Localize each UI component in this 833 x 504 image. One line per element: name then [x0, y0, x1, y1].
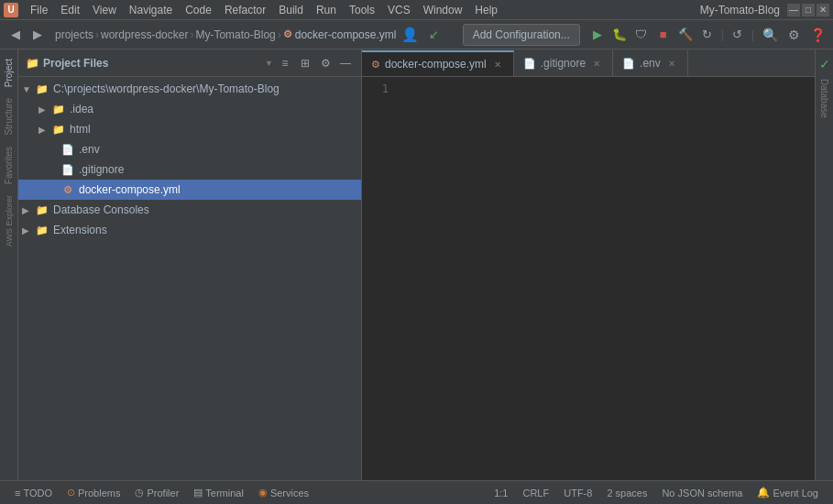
menu-view[interactable]: View: [86, 0, 123, 20]
event-log-button[interactable]: 🔔 Event Log: [750, 481, 826, 505]
menu-navigate[interactable]: Navigate: [123, 0, 179, 20]
user-icon-button[interactable]: 👤: [400, 25, 420, 45]
sidebar-item-project[interactable]: Project: [2, 53, 16, 93]
tab-env-icon: 📄: [622, 58, 635, 70]
run-button[interactable]: ▶: [587, 25, 608, 45]
menu-edit[interactable]: Edit: [54, 0, 86, 20]
help-widget-button[interactable]: ❓: [807, 25, 828, 45]
toolbar: ◀ ▶ projects › wordpress-docker › My-Tom…: [0, 20, 833, 49]
profiler-icon: ◷: [135, 487, 144, 499]
tab-bar: ⚙ docker-compose.yml ✕ 📄 .gitignore ✕ 📄 …: [362, 49, 815, 77]
folder-header-icon: 📁: [26, 57, 39, 70]
services-panel-button[interactable]: ◉ Services: [251, 481, 316, 505]
maximize-button[interactable]: □: [802, 4, 815, 16]
breadcrumb-projects[interactable]: projects: [55, 28, 93, 41]
breadcrumb-my-tomato-blog[interactable]: My-Tomato-Blog: [195, 28, 275, 41]
code-editor[interactable]: [394, 77, 815, 480]
tree-item-html[interactable]: ▶ 📁 html: [18, 119, 361, 139]
profiler-panel-button[interactable]: ◷ Profiler: [127, 481, 186, 505]
tree-item-idea[interactable]: ▶ 📁 .idea: [18, 99, 361, 119]
html-folder-icon: 📁: [51, 122, 66, 137]
tab-env[interactable]: 📄 .env ✕: [613, 50, 688, 76]
sidebar-item-aws[interactable]: AWS Explorer: [3, 190, 16, 252]
vcs-update-button[interactable]: ↙: [423, 25, 444, 45]
tab-docker-compose-close[interactable]: ✕: [491, 58, 504, 71]
menu-refactor[interactable]: Refactor: [218, 0, 272, 20]
window-title: My-Tomato-Blog: [700, 4, 780, 16]
yaml-file-icon: ⚙: [60, 182, 75, 197]
group-button[interactable]: ⊞: [297, 55, 313, 71]
indent-selector[interactable]: 2 spaces: [599, 481, 654, 505]
close-button[interactable]: ✕: [817, 4, 829, 16]
tree-item-docker-compose[interactable]: ⚙ docker-compose.yml: [18, 180, 361, 200]
event-log-icon: 🔔: [757, 487, 770, 499]
debug-button[interactable]: 🐛: [609, 25, 630, 45]
settings-button[interactable]: ⚙: [784, 25, 804, 45]
panel-dropdown-arrow[interactable]: ▼: [265, 59, 273, 68]
tab-env-close[interactable]: ✕: [665, 57, 678, 70]
stop-button[interactable]: ■: [653, 25, 674, 45]
tree-item-env-label: .env: [79, 143, 100, 156]
project-panel-title: Project Files: [43, 57, 261, 70]
navigation-controls: ◀ ▶: [5, 25, 48, 45]
services-icon: ◉: [258, 487, 268, 499]
breadcrumb-wordpress-docker[interactable]: wordpress-docker: [101, 28, 188, 41]
tree-item-gitignore[interactable]: 📄 .gitignore: [18, 159, 361, 180]
menu-bar: U File Edit View Navigate Code Refactor …: [0, 0, 833, 20]
menu-build[interactable]: Build: [272, 0, 310, 20]
tree-item-db-consoles[interactable]: ▶ 📁 Database Consoles: [18, 200, 361, 220]
schema-label: No JSON schema: [662, 488, 742, 499]
tab-docker-compose-label: docker-compose.yml: [385, 58, 487, 71]
cursor-position[interactable]: 1:1: [487, 481, 515, 505]
project-panel-header: 📁 Project Files ▼ ≡ ⊞ ⚙ —: [18, 49, 361, 77]
tree-item-gitignore-label: .gitignore: [79, 163, 124, 176]
env-file-icon: 📄: [60, 142, 75, 157]
expand-arrow-idea: ▶: [38, 104, 51, 115]
schema-selector[interactable]: No JSON schema: [654, 481, 750, 505]
search-button[interactable]: 🔍: [760, 25, 780, 45]
extensions-folder-icon: 📁: [35, 223, 49, 237]
terminal-panel-button[interactable]: ▤ Terminal: [186, 481, 251, 505]
menu-help[interactable]: Help: [468, 0, 504, 20]
minimize-button[interactable]: —: [787, 4, 800, 16]
tree-item-env[interactable]: 📄 .env: [18, 139, 361, 159]
breadcrumb-file[interactable]: docker-compose.yml: [295, 28, 397, 41]
menu-code[interactable]: Code: [179, 0, 218, 20]
add-configuration-button[interactable]: Add Configuration...: [463, 24, 580, 46]
menu-vcs[interactable]: VCS: [381, 0, 417, 20]
menu-window[interactable]: Window: [417, 0, 469, 20]
line-ending-selector[interactable]: CRLF: [515, 481, 556, 505]
indent-label: 2 spaces: [607, 488, 647, 499]
left-sidebar: Project Structure Favorites AWS Explorer: [0, 49, 18, 480]
nav-forward-button[interactable]: ▶: [27, 25, 48, 45]
terminal-label: Terminal: [205, 488, 244, 499]
vcs-rollback[interactable]: ↺: [728, 25, 748, 45]
menu-tools[interactable]: Tools: [343, 0, 381, 20]
settings-gear-button[interactable]: ⚙: [317, 55, 334, 71]
hide-panel-button[interactable]: —: [337, 55, 354, 71]
collapse-all-button[interactable]: ≡: [277, 55, 293, 71]
problems-panel-button[interactable]: ⊙ Problems: [60, 481, 127, 505]
breadcrumb: projects › wordpress-docker › My-Tomato-…: [55, 28, 396, 41]
menu-file[interactable]: File: [24, 0, 54, 20]
sidebar-item-structure[interactable]: Structure: [2, 93, 16, 141]
db-folder-icon: 📁: [35, 203, 49, 217]
menu-run[interactable]: Run: [310, 0, 343, 20]
sidebar-item-database[interactable]: Database: [817, 71, 831, 126]
encoding-selector[interactable]: UTF-8: [556, 481, 599, 505]
run-with-coverage-button[interactable]: 🛡: [631, 25, 652, 45]
tab-docker-compose[interactable]: ⚙ docker-compose.yml ✕: [362, 50, 514, 76]
tree-item-idea-label: .idea: [70, 103, 93, 115]
sidebar-item-favorites[interactable]: Favorites: [2, 141, 16, 190]
tab-gitignore-label: .gitignore: [541, 57, 586, 70]
tree-item-root[interactable]: ▼ 📁 C:\projects\wordpress-docker\My-Toma…: [18, 79, 361, 99]
tree-item-extensions[interactable]: ▶ 📁 Extensions: [18, 220, 361, 240]
build-button[interactable]: 🔨: [675, 25, 696, 45]
update-button[interactable]: ↻: [697, 25, 718, 45]
todo-panel-button[interactable]: ≡ TODO: [7, 481, 60, 505]
tab-gitignore[interactable]: 📄 .gitignore ✕: [514, 50, 613, 76]
app-logo: U: [4, 3, 18, 17]
tree-item-html-label: html: [70, 123, 91, 136]
nav-back-button[interactable]: ◀: [5, 25, 26, 45]
tab-gitignore-close[interactable]: ✕: [590, 57, 603, 70]
